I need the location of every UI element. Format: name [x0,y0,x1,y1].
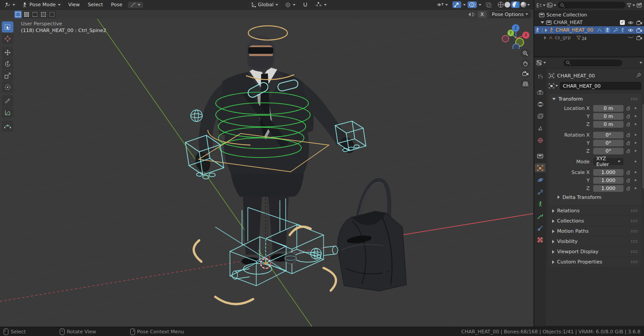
outliner-search-input[interactable] [558,2,625,8]
pose-state-icon[interactable] [605,28,610,32]
tool-cursor[interactable] [2,33,13,44]
tool-move[interactable] [2,47,13,58]
zoom-button[interactable] [521,49,530,58]
filter-button[interactable] [627,3,635,8]
outliner-row-cs-grp[interactable]: cs_grp 24 [534,34,644,41]
tab-collection[interactable] [535,151,546,160]
shading-material-button[interactable] [511,1,520,8]
tab-scene[interactable] [535,124,546,133]
tab-world[interactable] [535,136,546,145]
viewport-canvas[interactable]: User Perspective (118) CHAR_HEAT_00 : Ct… [0,19,533,327]
animate-dot[interactable] [632,115,639,117]
properties-search-input[interactable] [563,60,622,66]
tool-measure[interactable] [2,107,13,118]
select-mode-invert[interactable] [40,11,47,18]
location-x-field[interactable]: 0 m [593,105,623,112]
lock-open-icon[interactable] [626,133,631,138]
outliner-row-char-heat[interactable]: CHAR_HEAT ✓ [534,19,644,26]
scale-x-field[interactable]: 1.000 [593,169,623,176]
chevron-down-icon[interactable] [479,4,481,6]
tool-scale[interactable] [2,70,13,81]
transform-panel-header[interactable]: Transform [549,94,641,104]
scene-3d[interactable] [0,19,533,327]
animate-dot[interactable] [632,107,639,109]
animate-dot[interactable] [632,123,639,125]
gizmo-minus-x-axis[interactable] [502,36,509,42]
outliner-row-char-heat-00[interactable]: | CHAR_HEAT_00 [534,26,644,34]
tab-bone[interactable] [535,211,546,220]
tab-physics[interactable] [535,175,546,184]
mode-selector[interactable]: Pose Mode [20,1,63,8]
shading-solid-button[interactable] [505,2,510,8]
exclude-checkbox[interactable]: ✓ [620,20,625,25]
camera-view-button[interactable] [521,69,530,78]
tab-tool[interactable] [535,72,546,81]
new-collection-button[interactable] [636,3,642,8]
select-mode-extend[interactable] [23,11,30,18]
animate-dot[interactable] [632,187,639,189]
pose-options-dropdown[interactable]: Pose Options [489,11,531,18]
tool-pose-breakdowner[interactable] [2,121,13,132]
panel-drag-dots[interactable] [631,260,638,263]
lock-open-icon[interactable] [626,122,631,127]
lock-open-icon[interactable] [626,186,631,191]
mirror-x-toggle[interactable]: X [478,11,487,18]
animate-dot[interactable] [632,134,639,136]
overlays-toggle[interactable] [468,1,477,8]
proportional-editing-dropdown[interactable] [312,1,329,8]
rotation-y-field[interactable]: 0° [593,140,623,146]
rotation-x-field[interactable]: 0° [593,132,623,138]
scale-y-field[interactable]: 1.000 [593,177,623,184]
tab-object-data[interactable] [535,199,546,208]
lock-open-icon[interactable] [626,178,631,183]
tab-view-layer[interactable] [535,112,546,121]
tool-transform[interactable] [2,81,13,93]
display-mode-button[interactable] [547,3,556,8]
custom-properties-panel[interactable]: Custom Properties [549,257,641,267]
eye-closed-icon[interactable] [628,36,634,39]
gizmos-toggle[interactable] [452,1,461,8]
tab-render[interactable] [535,88,546,97]
select-mode-intersect[interactable] [48,11,56,18]
lock-open-icon[interactable] [626,106,631,111]
editor-type-button[interactable] [2,1,18,8]
camera-render-icon[interactable] [636,20,642,25]
duffel-bag[interactable] [337,180,406,291]
menu-view[interactable]: View [65,1,83,8]
eye-icon[interactable] [628,28,634,32]
gizmo-minus-z-axis[interactable] [513,44,520,49]
snap-target-dropdown[interactable] [283,1,298,8]
heel-sphere[interactable] [285,252,296,264]
orthographic-grid-button[interactable] [521,79,530,89]
menu-pose[interactable]: Pose [108,1,125,8]
pin-icon[interactable] [636,73,641,79]
tab-object-constraints[interactable] [535,187,546,196]
panel-drag-dots[interactable] [631,97,638,101]
chevron-down-icon[interactable] [527,4,530,6]
outliner-editor-type-button[interactable] [536,3,546,8]
panel-drag-dots[interactable] [631,230,638,233]
disclosure-closed-icon[interactable] [544,36,546,40]
chevron-down-icon[interactable] [463,4,466,6]
visibility-panel[interactable]: Visibility [549,237,641,246]
object-name-field[interactable]: CHAR_HEAT_00 [560,82,641,90]
relations-panel[interactable]: Relations [549,206,641,215]
tool-rotate[interactable] [2,58,13,69]
delta-transform-panel[interactable]: Delta Transform [551,193,639,202]
scale-z-field[interactable]: 1.000 [593,185,623,192]
chevron-down-icon[interactable] [640,62,642,64]
modifier-wrench-icon[interactable] [613,28,618,32]
tab-texture[interactable] [535,235,546,244]
animate-dot[interactable] [632,142,639,144]
disclosure-open-icon[interactable] [541,21,544,24]
properties-scrollbar[interactable] [642,104,644,189]
panel-drag-dots[interactable] [631,219,638,223]
tool-annotate[interactable] [2,95,13,106]
location-y-field[interactable]: 0 m [593,113,623,120]
show-gizmo-dropdown[interactable] [434,1,451,8]
camera-render-icon[interactable] [636,28,642,32]
panel-drag-dots[interactable] [631,250,638,253]
pose-figure-icon[interactable] [620,28,625,32]
tab-object[interactable] [535,163,546,172]
motion-paths-panel[interactable]: Motion Paths [549,227,641,236]
